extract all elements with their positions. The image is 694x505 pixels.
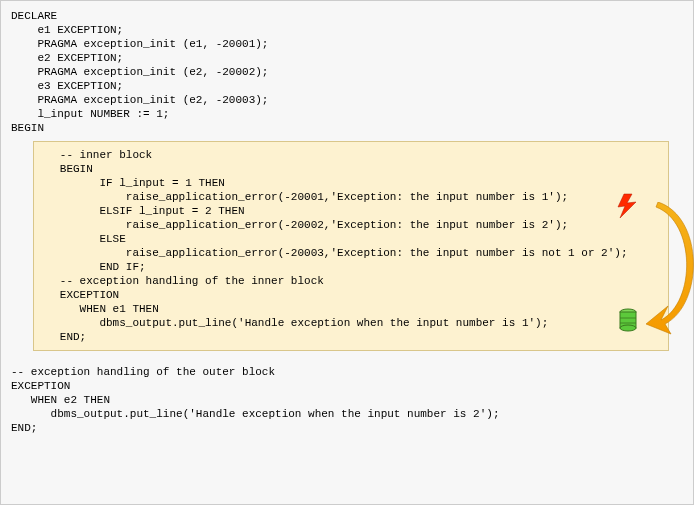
code-line: END;	[11, 422, 37, 434]
code-line: DECLARE	[11, 10, 57, 22]
code-line: raise_application_error(-20002,'Exceptio…	[40, 219, 568, 231]
code-line: -- inner block	[40, 149, 152, 161]
code-line: e1 EXCEPTION;	[11, 24, 123, 36]
outer-declare-block: DECLARE e1 EXCEPTION; PRAGMA exception_i…	[11, 9, 683, 135]
code-diagram: DECLARE e1 EXCEPTION; PRAGMA exception_i…	[0, 0, 694, 505]
code-line: PRAGMA exception_init (e2, -20002);	[11, 66, 268, 78]
code-line: l_input NUMBER := 1;	[11, 108, 169, 120]
inner-block-highlight: -- inner block BEGIN IF l_input = 1 THEN…	[33, 141, 669, 351]
code-line: WHEN e1 THEN	[40, 303, 159, 315]
code-line: -- exception handling of the outer block	[11, 366, 275, 378]
code-line: BEGIN	[11, 122, 44, 134]
code-line: PRAGMA exception_init (e2, -20003);	[11, 94, 268, 106]
code-line: IF l_input = 1 THEN	[40, 177, 225, 189]
code-line: -- exception handling of the inner block	[40, 275, 324, 287]
code-line: dbms_output.put_line('Handle exception w…	[11, 408, 499, 420]
lightning-bolt-icon	[616, 192, 638, 220]
code-line: WHEN e2 THEN	[11, 394, 110, 406]
code-line: EXCEPTION	[11, 380, 70, 392]
svg-marker-0	[618, 194, 636, 218]
code-line: ELSIF l_input = 2 THEN	[40, 205, 245, 217]
code-line: raise_application_error(-20003,'Exceptio…	[40, 247, 628, 259]
code-line: ELSE	[40, 233, 126, 245]
barrel-icon	[618, 308, 638, 332]
svg-point-3	[620, 325, 636, 331]
outer-exception-block: -- exception handling of the outer block…	[11, 365, 683, 435]
code-line: END IF;	[40, 261, 146, 273]
code-line: BEGIN	[40, 163, 93, 175]
code-line: dbms_output.put_line('Handle exception w…	[40, 317, 548, 329]
inner-code-block: -- inner block BEGIN IF l_input = 1 THEN…	[40, 148, 662, 344]
code-line: raise_application_error(-20001,'Exceptio…	[40, 191, 568, 203]
flow-arrow-icon	[646, 202, 694, 342]
code-line: PRAGMA exception_init (e1, -20001);	[11, 38, 268, 50]
code-line: EXCEPTION	[40, 289, 119, 301]
code-line: END;	[40, 331, 86, 343]
code-line: e3 EXCEPTION;	[11, 80, 123, 92]
code-line: e2 EXCEPTION;	[11, 52, 123, 64]
